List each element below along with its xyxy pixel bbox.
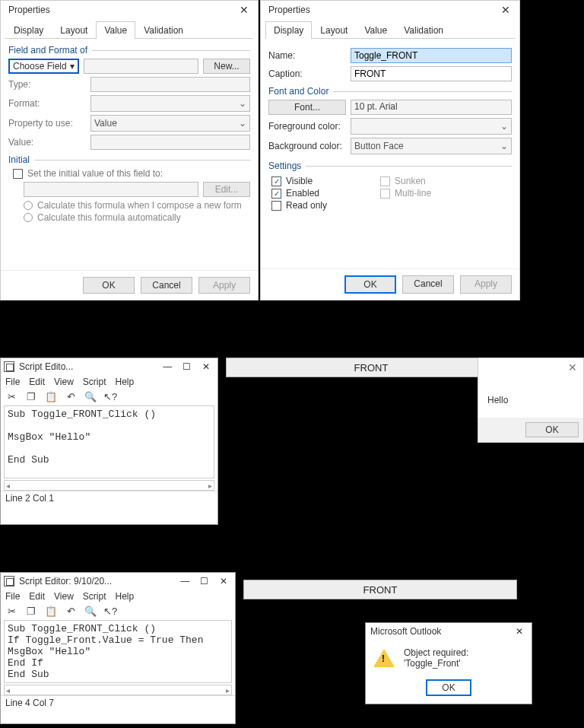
find-icon[interactable]: 🔍 [84,605,97,617]
cut-icon[interactable]: ✂ [5,390,17,402]
apply-button[interactable]: Apply [460,275,512,294]
front-toggle-button[interactable]: FRONT [243,580,517,599]
close-icon[interactable]: ✕ [512,626,527,637]
menu-file[interactable]: File [5,591,20,602]
tab-display[interactable]: Display [5,21,52,39]
warning-icon [373,649,395,667]
maximize-icon[interactable]: ☐ [179,360,195,374]
dialog-title: Properties [8,5,50,15]
cancel-button[interactable]: Cancel [141,277,192,294]
radio-auto-label: Calculate this formula automatically [37,212,181,223]
script-editor-2: Script Editor: 9/10/20... — ☐ ✕ File Edi… [0,572,236,724]
minimize-icon[interactable]: — [159,360,176,374]
field-name-input[interactable] [84,59,198,74]
close-icon[interactable]: ✕ [198,360,214,374]
ok-button[interactable]: OK [426,679,471,696]
menu-edit[interactable]: Edit [29,591,45,602]
copy-icon[interactable]: ❐ [25,605,37,617]
font-display: 10 pt. Arial [351,100,512,115]
ok-button[interactable]: OK [344,275,396,294]
properties-dialog-left: Properties ✕ Display Layout Value Valida… [0,0,259,300]
close-icon[interactable]: ✕ [498,4,513,16]
visible-checkbox[interactable] [271,176,281,186]
tab-layout[interactable]: Layout [312,21,356,39]
tab-validation[interactable]: Validation [135,21,192,39]
edit-button[interactable]: Edit... [203,182,250,197]
copy-icon[interactable]: ❐ [25,390,37,402]
error-message: Object required: 'Toggle_Front' [404,647,524,669]
initial-value-input[interactable] [24,182,198,197]
code-area[interactable]: Sub Toggle_FRONT_Click () If Toggle_Fron… [4,620,232,683]
tab-value[interactable]: Value [356,21,395,39]
caption-input[interactable] [351,66,512,81]
fg-color-combo[interactable]: ⌄ [351,118,512,135]
menu-edit[interactable]: Edit [29,377,45,387]
object-browser-icon[interactable]: ↖? [104,390,116,402]
maximize-icon[interactable]: ☐ [196,574,213,588]
initial-value-label: Set the initial value of this field to: [27,168,163,179]
close-icon[interactable]: ✕ [565,361,580,374]
group-font-color: Font and Color [268,86,512,97]
radio-compose-label: Calculate this formula when I compose a … [37,200,242,211]
choose-field-dropdown[interactable]: Choose Field ▾ [8,59,79,74]
property-combo[interactable]: Value⌄ [90,115,250,132]
menu-help[interactable]: Help [116,377,135,387]
tab-display[interactable]: Display [265,21,312,39]
menu-help[interactable]: Help [116,591,135,602]
initial-value-checkbox[interactable] [13,169,23,179]
type-label: Type: [8,79,86,90]
format-combo[interactable]: ⌄ [90,95,250,112]
caption-label: Caption: [268,68,346,79]
code-area[interactable]: Sub Toggle_FRONT_Click () MsgBox "Hello"… [4,405,214,478]
error-title: Microsoft Outlook [370,626,441,637]
menu-file[interactable]: File [5,377,20,387]
horizontal-scrollbar[interactable]: ◂▸ [4,480,214,491]
ok-button[interactable]: OK [83,277,135,294]
horizontal-scrollbar[interactable]: ◂▸ [4,685,232,695]
chevron-down-icon: ⌄ [500,121,508,132]
bg-color-combo[interactable]: Button Face⌄ [351,138,512,154]
undo-icon[interactable]: ↶ [65,605,77,617]
ok-button[interactable]: OK [525,422,579,437]
menu-view[interactable]: View [54,591,74,602]
font-button[interactable]: Font... [268,100,346,115]
paste-icon[interactable]: 📋 [45,605,57,617]
fg-color-label: Foreground color: [268,121,346,132]
new-button[interactable]: New... [203,59,250,74]
chevron-down-icon: ⌄ [500,141,508,151]
close-icon[interactable]: ✕ [215,574,232,588]
script-editor-icon [4,361,14,372]
tab-layout[interactable]: Layout [52,21,96,39]
tab-strip: Display Layout Value Validation [265,21,515,39]
cancel-button[interactable]: Cancel [402,275,454,294]
value-label: Value: [8,137,86,148]
properties-dialog-right: Properties ✕ Display Layout Value Valida… [260,0,520,300]
menu-script[interactable]: Script [83,591,106,602]
radio-compose[interactable] [24,201,33,210]
minimize-icon[interactable]: — [176,574,193,588]
error-dialog: Microsoft Outlook ✕ Object required: 'To… [365,622,532,704]
radio-auto[interactable] [24,213,33,222]
name-label: Name: [268,50,346,61]
menu-view[interactable]: View [54,377,74,387]
object-browser-icon[interactable]: ↖? [104,605,116,617]
sunken-checkbox [380,176,390,186]
close-icon[interactable]: ✕ [236,4,252,16]
enabled-checkbox[interactable] [271,189,281,199]
window-title: Script Edito... [19,361,73,372]
tab-value[interactable]: Value [96,21,135,39]
menu-script[interactable]: Script [83,377,106,387]
find-icon[interactable]: 🔍 [84,390,97,402]
script-editor-1: Script Edito... — ☐ ✕ File Edit View Scr… [0,358,218,525]
tab-validation[interactable]: Validation [395,21,452,39]
paste-icon[interactable]: 📋 [45,390,57,402]
script-editor-icon [4,576,14,587]
tab-strip: Display Layout Value Validation [5,21,253,39]
type-field [90,77,250,92]
readonly-checkbox[interactable] [271,201,281,211]
name-input[interactable] [351,48,512,63]
cut-icon[interactable]: ✂ [5,605,17,617]
undo-icon[interactable]: ↶ [65,390,77,402]
apply-button[interactable]: Apply [198,277,250,294]
chevron-down-icon: ⌄ [239,118,246,129]
